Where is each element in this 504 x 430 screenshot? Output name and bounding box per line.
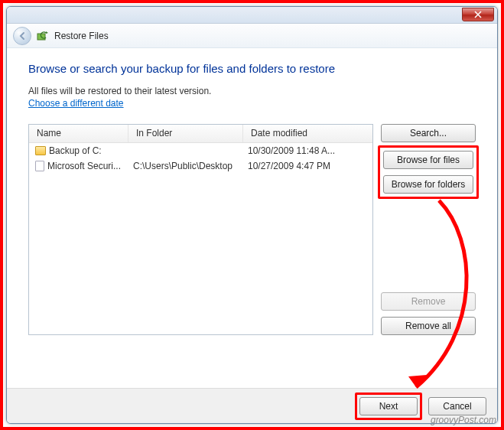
back-arrow-icon <box>18 31 27 41</box>
list-item[interactable]: Microsoft Securi... C:\Users\Public\Desk… <box>29 158 372 174</box>
version-subtext: All files will be restored to their late… <box>28 86 476 96</box>
dialog-window: Restore Files Browse or search your back… <box>6 6 498 424</box>
cancel-button[interactable]: Cancel <box>428 397 486 415</box>
restore-files-icon <box>36 29 50 43</box>
annotation-outer-highlight: Restore Files Browse or search your back… <box>0 0 504 430</box>
remove-button: Remove <box>381 292 476 311</box>
list-item[interactable]: Backup of C: 10/30/2009 11:48 A... <box>29 143 372 158</box>
remove-group: Remove Remove all <box>381 292 476 335</box>
file-list[interactable]: Name In Folder Date modified Backup of C… <box>28 124 373 335</box>
column-folder[interactable]: In Folder <box>128 125 243 142</box>
close-icon <box>474 11 482 18</box>
remove-all-button[interactable]: Remove all <box>381 317 476 335</box>
next-button[interactable]: Next <box>359 397 418 415</box>
list-rows: Backup of C: 10/30/2009 11:48 A... Micro… <box>29 143 372 334</box>
annotation-next-highlight: Next <box>355 393 422 420</box>
header-nav: Restore Files <box>7 24 497 48</box>
browse-files-button[interactable]: Browse for files <box>383 151 473 169</box>
side-buttons: Search... Browse for files Browse for fo… <box>381 124 476 335</box>
search-button[interactable]: Search... <box>381 124 476 142</box>
folder-icon <box>35 146 46 155</box>
row-date: 10/27/2009 4:47 PM <box>243 161 372 171</box>
row-folder: C:\Users\Public\Desktop <box>128 161 243 171</box>
page-heading: Browse or search your backup for files a… <box>28 62 476 75</box>
row-name: Backup of C: <box>49 145 102 156</box>
row-name: Microsoft Securi... <box>47 161 121 171</box>
window-title: Restore Files <box>54 31 109 41</box>
footer: Next Cancel <box>7 388 497 423</box>
titlebar <box>7 7 497 24</box>
row-date: 10/30/2009 11:48 A... <box>243 145 372 156</box>
back-button[interactable] <box>13 27 31 45</box>
browse-folders-button[interactable]: Browse for folders <box>383 175 473 194</box>
choose-date-link[interactable]: Choose a different date <box>28 98 124 109</box>
body-row: Name In Folder Date modified Backup of C… <box>28 124 476 335</box>
column-date[interactable]: Date modified <box>243 125 372 142</box>
annotation-browse-highlight: Browse for files Browse for folders <box>378 145 479 199</box>
column-name[interactable]: Name <box>29 125 128 142</box>
file-icon <box>35 161 44 171</box>
close-button[interactable] <box>462 8 494 21</box>
list-header: Name In Folder Date modified <box>29 125 372 143</box>
content-area: Browse or search your backup for files a… <box>7 48 497 344</box>
